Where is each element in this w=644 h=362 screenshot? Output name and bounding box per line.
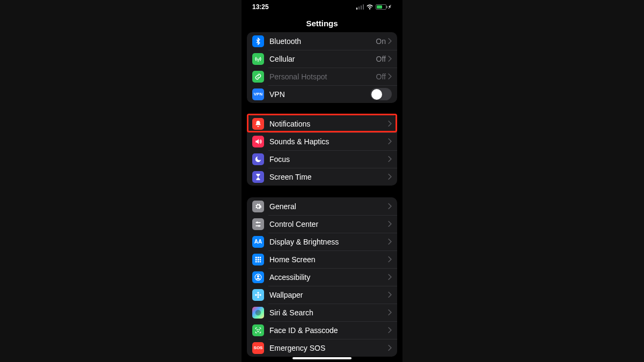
- chevron-right-icon: [388, 138, 392, 144]
- row-label: Face ID & Passcode: [269, 326, 388, 335]
- svg-point-19: [259, 294, 261, 296]
- row-label: Control Center: [269, 220, 388, 228]
- chevron-right-icon: [388, 156, 392, 162]
- nav-title: Settings: [241, 14, 402, 32]
- cellular-signal-icon: [356, 4, 364, 10]
- svg-point-20: [255, 309, 261, 315]
- row-notifications[interactable]: Notifications: [247, 115, 397, 132]
- row-label: VPN: [269, 90, 370, 99]
- svg-rect-4: [255, 256, 257, 258]
- face-icon: [252, 324, 264, 336]
- svg-point-14: [257, 275, 259, 277]
- row-faceid-passcode[interactable]: Face ID & Passcode: [247, 321, 397, 339]
- row-value: Off: [376, 72, 386, 81]
- row-label: General: [269, 202, 388, 211]
- row-emergency-sos[interactable]: SOSEmergency SOS: [247, 339, 397, 357]
- row-label: Screen Time: [269, 173, 388, 181]
- row-label: Personal Hotspot: [269, 72, 376, 81]
- chevron-right-icon: [388, 309, 392, 315]
- charging-icon: ⚡︎: [388, 4, 391, 10]
- chevron-right-icon: [388, 174, 392, 180]
- status-time: 13:25: [252, 3, 269, 11]
- chevron-right-icon: [388, 292, 392, 298]
- chevron-right-icon: [388, 345, 392, 351]
- svg-rect-12: [260, 261, 261, 262]
- row-label: Notifications: [269, 120, 388, 128]
- chevron-right-icon: [388, 239, 392, 245]
- row-label: Display & Brightness: [269, 238, 388, 246]
- row-home-screen[interactable]: Home Screen: [247, 250, 397, 268]
- row-siri-search[interactable]: Siri & Search: [247, 304, 397, 321]
- chevron-right-icon: [388, 121, 392, 127]
- chevron-right-icon: [388, 327, 392, 333]
- row-label: Cellular: [269, 55, 376, 63]
- svg-rect-5: [258, 256, 259, 258]
- row-value: Off: [376, 55, 386, 63]
- svg-point-21: [257, 329, 258, 330]
- row-personal-hotspot[interactable]: Personal HotspotOff: [247, 68, 397, 85]
- grid-icon: [252, 254, 264, 265]
- aa-icon: AA: [252, 236, 264, 248]
- settings-group: NotificationsSounds & HapticsFocusScreen…: [247, 115, 397, 186]
- hourglass-icon: [252, 171, 264, 183]
- bell-icon: [252, 118, 264, 130]
- home-indicator[interactable]: [292, 357, 352, 359]
- flower-icon: [252, 289, 264, 301]
- row-label: Accessibility: [269, 273, 388, 282]
- wifi-icon: [366, 4, 374, 10]
- chevron-right-icon: [388, 73, 392, 79]
- row-general[interactable]: General: [247, 197, 397, 215]
- svg-rect-9: [260, 258, 261, 260]
- svg-point-3: [258, 225, 260, 227]
- row-cellular[interactable]: CellularOff: [247, 50, 397, 68]
- row-value: On: [376, 37, 386, 46]
- sliders-icon: [252, 218, 264, 230]
- sos-icon: SOS: [252, 342, 264, 354]
- status-right: ⚡︎: [356, 4, 392, 10]
- row-label: Bluetooth: [269, 37, 376, 46]
- svg-rect-7: [255, 258, 257, 260]
- speaker-icon: [252, 136, 264, 147]
- row-vpn[interactable]: VPNVPN: [247, 85, 397, 103]
- svg-rect-6: [260, 256, 261, 258]
- battery-icon: [376, 4, 386, 10]
- svg-point-2: [257, 221, 259, 224]
- row-label: Siri & Search: [269, 308, 388, 317]
- svg-point-15: [257, 294, 259, 296]
- row-accessibility[interactable]: Accessibility: [247, 268, 397, 286]
- svg-point-22: [259, 329, 259, 330]
- settings-group: BluetoothOnCellularOffPersonal HotspotOf…: [247, 32, 397, 103]
- status-bar: 13:25 ⚡︎: [241, 0, 402, 14]
- row-label: Sounds & Haptics: [269, 137, 388, 146]
- svg-rect-8: [258, 258, 259, 260]
- row-display-brightness[interactable]: AADisplay & Brightness: [247, 233, 397, 250]
- row-control-center[interactable]: Control Center: [247, 215, 397, 233]
- chevron-right-icon: [388, 221, 392, 227]
- svg-point-16: [257, 292, 259, 294]
- row-focus[interactable]: Focus: [247, 150, 397, 168]
- antenna-icon: [252, 53, 264, 65]
- row-screen-time[interactable]: Screen Time: [247, 168, 397, 186]
- svg-rect-10: [255, 261, 257, 262]
- bluetooth-icon: [252, 35, 264, 47]
- row-bluetooth[interactable]: BluetoothOn: [247, 32, 397, 50]
- moon-icon: [252, 153, 264, 165]
- link-icon: [252, 71, 264, 83]
- svg-point-18: [255, 294, 257, 296]
- svg-point-17: [257, 296, 259, 298]
- page-title: Settings: [306, 19, 338, 28]
- svg-rect-11: [258, 261, 259, 262]
- settings-scroll[interactable]: BluetoothOnCellularOffPersonal HotspotOf…: [241, 32, 402, 362]
- person-icon: [252, 271, 264, 283]
- row-wallpaper[interactable]: Wallpaper: [247, 286, 397, 304]
- chevron-right-icon: [388, 274, 392, 280]
- row-sounds-haptics[interactable]: Sounds & Haptics: [247, 132, 397, 150]
- row-label: Home Screen: [269, 255, 388, 264]
- chevron-right-icon: [388, 203, 392, 209]
- chevron-right-icon: [388, 56, 392, 62]
- gear-icon: [252, 201, 264, 212]
- vpn-toggle[interactable]: [370, 88, 392, 100]
- row-label: Emergency SOS: [269, 344, 388, 352]
- settings-group: GeneralControl CenterAADisplay & Brightn…: [247, 197, 397, 357]
- phone-frame: 13:25 ⚡︎ Settings BluetoothOnCellularOff…: [241, 0, 402, 362]
